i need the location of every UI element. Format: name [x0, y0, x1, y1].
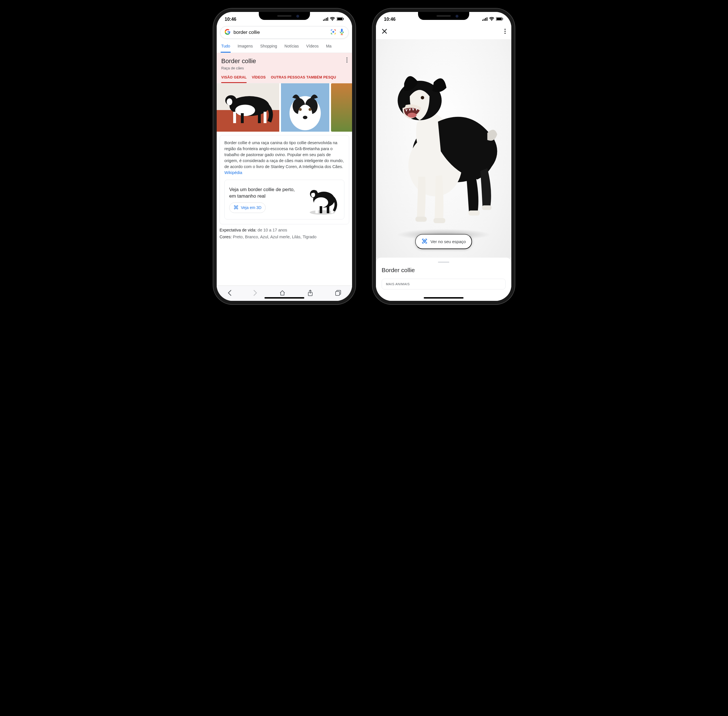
svg-point-59 [505, 29, 506, 30]
description-card: Border collie é uma raça canina do tipo … [220, 135, 349, 225]
svg-rect-67 [434, 218, 445, 223]
more-icon[interactable] [505, 29, 506, 35]
svg-rect-55 [487, 17, 487, 21]
view-3d-button[interactable]: Veja em 3D [229, 202, 265, 213]
tab-more[interactable]: Ma [325, 40, 332, 53]
home-indicator[interactable] [424, 297, 464, 299]
svg-rect-26 [233, 112, 236, 123]
phone-left: 10:46 [213, 9, 355, 304]
bottom-sheet[interactable]: Border collie MAIS ANIMAIS [376, 258, 511, 301]
more-icon[interactable] [346, 58, 347, 64]
svg-rect-18 [341, 34, 343, 35]
svg-rect-1 [325, 19, 325, 21]
svg-rect-44 [320, 206, 322, 213]
svg-rect-54 [485, 18, 486, 21]
forward-icon [253, 290, 257, 297]
tab-shopping[interactable]: Shopping [259, 40, 278, 53]
tabs-icon[interactable] [335, 290, 341, 297]
svg-point-60 [505, 31, 506, 32]
cube-3d-icon [234, 205, 238, 211]
sheet-subheading: MAIS ANIMAIS [386, 282, 501, 286]
svg-rect-51 [335, 291, 340, 296]
svg-point-37 [299, 108, 302, 111]
dog-3d-model[interactable] [376, 39, 511, 258]
lens-icon[interactable] [330, 29, 337, 36]
battery-icon [337, 17, 344, 22]
image-result-1[interactable] [217, 83, 279, 132]
google-g-icon [224, 29, 231, 36]
knowledge-panel: Border collie Raça de cães VISÃO GERAL V… [217, 53, 352, 83]
svg-rect-2 [326, 18, 327, 21]
view-3d-label: Veja em 3D [241, 205, 261, 210]
svg-rect-14 [335, 33, 335, 34]
cube-3d-icon [422, 238, 428, 245]
svg-point-20 [346, 59, 347, 61]
svg-rect-10 [335, 30, 335, 31]
phone-right: 10:46 [373, 9, 515, 304]
tab-noticias[interactable]: Notícias [284, 40, 299, 53]
svg-rect-5 [337, 18, 343, 20]
kp-tab-overview[interactable]: VISÃO GERAL [221, 75, 247, 83]
svg-point-36 [298, 105, 312, 124]
svg-rect-45 [327, 205, 329, 213]
ar-top-bar [376, 24, 511, 39]
svg-rect-3 [327, 17, 328, 21]
colors-label: Cores: [220, 235, 232, 239]
kp-tab-others[interactable]: OUTRAS PESSOAS TAMBÉM PESQU [271, 75, 336, 83]
svg-rect-52 [482, 20, 483, 21]
signal-icon [482, 17, 487, 22]
search-input[interactable] [234, 30, 327, 35]
search-bar[interactable] [220, 26, 349, 39]
life-value: de 10 a 17 anos [258, 228, 287, 232]
image-carousel[interactable] [217, 83, 352, 132]
svg-rect-53 [484, 19, 485, 21]
svg-rect-28 [258, 112, 261, 123]
life-label: Expectativa de vida: [220, 228, 256, 232]
back-icon[interactable] [228, 290, 232, 297]
wifi-icon [330, 17, 335, 22]
svg-rect-64 [469, 211, 480, 215]
facts-block: Expectativa de vida: de 10 a 17 anos Cor… [220, 228, 349, 241]
svg-point-39 [303, 116, 308, 119]
svg-rect-12 [331, 33, 332, 34]
svg-point-31 [227, 99, 232, 105]
notch [418, 12, 469, 20]
ar-3d-stage[interactable]: Ver no seu espaço [376, 39, 511, 258]
tab-imagens[interactable]: Imagens [237, 40, 253, 53]
svg-point-70 [400, 103, 405, 108]
svg-rect-43 [315, 205, 318, 213]
ar-prompt-text: Veja um border collie de perto, em taman… [229, 187, 302, 200]
kp-title: Border collie [221, 58, 256, 65]
svg-rect-27 [241, 113, 244, 123]
status-time: 10:46 [384, 17, 396, 22]
tab-videos[interactable]: Vídeos [306, 40, 319, 53]
home-icon[interactable] [279, 290, 285, 297]
svg-rect-58 [502, 18, 503, 20]
svg-rect-46 [331, 205, 333, 213]
view-in-space-label: Ver no seu espaço [431, 239, 466, 244]
svg-rect-29 [264, 112, 267, 123]
kp-tab-videos[interactable]: VÍDEOS [252, 75, 265, 83]
sheet-handle[interactable] [438, 262, 449, 263]
status-time: 10:46 [224, 17, 236, 22]
close-icon[interactable] [382, 29, 387, 35]
svg-rect-65 [482, 205, 492, 210]
mic-icon[interactable] [339, 29, 344, 36]
tab-tudo[interactable]: Tudo [221, 40, 231, 53]
svg-point-71 [421, 96, 424, 100]
source-link[interactable]: Wikipédia [224, 170, 242, 175]
svg-point-21 [346, 61, 347, 62]
svg-point-69 [408, 112, 417, 118]
svg-rect-66 [416, 217, 427, 222]
nav-tabs: Tudo Imagens Shopping Notícias Vídeos Ma [217, 40, 352, 53]
share-icon[interactable] [308, 290, 313, 297]
kp-subtitle: Raça de cães [221, 66, 256, 70]
ar-card: Veja um border collie de perto, em taman… [224, 180, 344, 220]
home-indicator[interactable] [264, 297, 304, 299]
view-in-space-button[interactable]: Ver no seu espaço [415, 234, 472, 249]
description-text: Border collie é uma raça canina do tipo … [224, 141, 344, 169]
svg-rect-8 [331, 30, 332, 31]
battery-icon [496, 17, 504, 22]
image-result-2[interactable] [281, 83, 329, 132]
image-result-3[interactable] [331, 83, 352, 132]
